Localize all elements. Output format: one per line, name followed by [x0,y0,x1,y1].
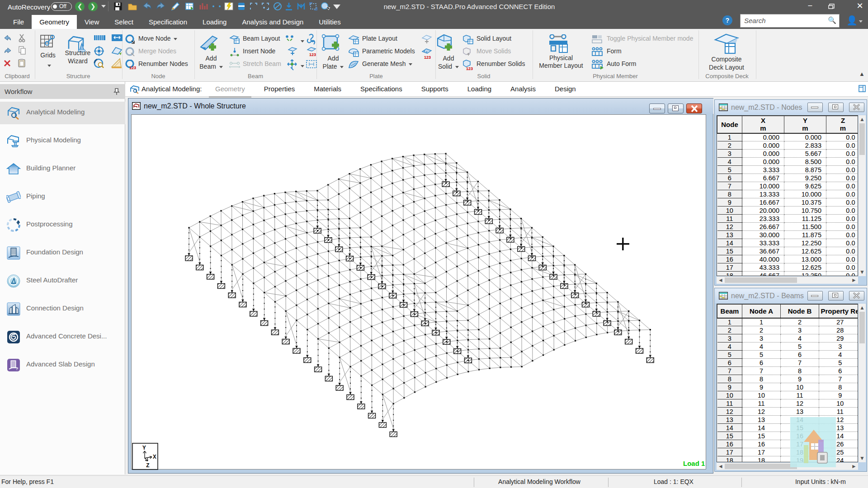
svg-text:123: 123 [129,66,136,70]
svg-text:Y: Y [142,445,146,451]
svg-text:123: 123 [466,66,473,70]
svg-text:Z: Z [146,462,150,469]
svg-text:X: X [153,454,156,460]
svg-text:Load 1: Load 1 [683,460,705,467]
